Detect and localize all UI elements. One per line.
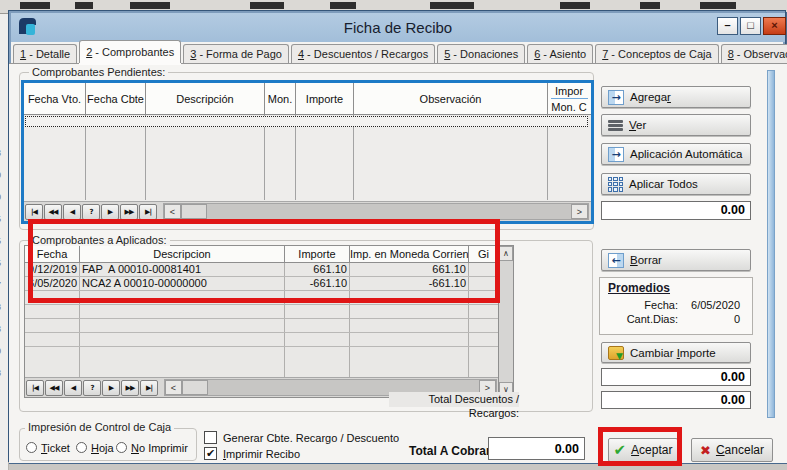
empty-row: [25, 305, 498, 319]
nav-next-button[interactable]: ▶: [101, 204, 119, 220]
agregar-button[interactable]: → Agregar: [601, 86, 751, 108]
tab-comprobantes[interactable]: 2 - Comprobantes: [79, 40, 181, 63]
tab-conceptos-de-caja[interactable]: 7 - Conceptos de Caja: [595, 44, 718, 63]
tab-observacion[interactable]: 8 - Observación: [721, 44, 787, 63]
nav-fast-next-button[interactable]: ▶▶: [121, 380, 139, 396]
nav-search-button[interactable]: ?: [83, 380, 101, 396]
horizontal-scrollbar[interactable]: < >: [163, 203, 589, 220]
nav-search-button[interactable]: ?: [82, 204, 100, 220]
remove-arrow-icon: ←: [608, 253, 624, 268]
background-text-fragment: [430, 2, 474, 9]
col-header-line2: Mon. C: [551, 98, 587, 114]
background-text-fragment: [130, 2, 170, 9]
pending-grid-body[interactable]: [24, 115, 591, 200]
vertical-scrollbar[interactable]: ∧ ∨: [498, 246, 513, 397]
nav-fast-next-button[interactable]: ▶▶: [120, 204, 138, 220]
title-bar[interactable]: Ficha de Recibo – □ ×: [11, 13, 785, 42]
promedios-fecha-label: Fecha:: [600, 299, 678, 311]
nav-next-button[interactable]: ▶: [102, 380, 120, 396]
col-header-importe[interactable]: Importe: [296, 83, 354, 114]
annotation-rectangle-applied: [28, 219, 500, 303]
selected-empty-row[interactable]: [25, 116, 588, 127]
col-header-line1: Impor: [555, 83, 584, 98]
background-text-fragment: [20, 2, 50, 9]
scroll-left-button[interactable]: <: [164, 204, 181, 219]
no-imprimir-radio[interactable]: [116, 442, 127, 453]
aplicacion-automatica-button[interactable]: → Aplicación Automática: [601, 143, 751, 165]
scroll-up-button[interactable]: ∧: [499, 246, 513, 261]
tab-descuentos-recargos[interactable]: 4 - Descuentos / Recargos: [291, 44, 435, 63]
borrar-button[interactable]: ← Borrar: [601, 249, 751, 271]
total-descuentos-field[interactable]: 0.00: [601, 391, 751, 409]
nav-prev-button[interactable]: ◀: [63, 204, 81, 220]
col-header-observacion[interactable]: Observación: [354, 83, 548, 114]
pending-grid[interactable]: Fecha Vto. Fecha Cbte Descripción Mon. I…: [21, 80, 594, 224]
apply-arrow-icon: →: [608, 90, 624, 105]
ticket-radio[interactable]: [26, 442, 37, 453]
pending-total-field[interactable]: 0.00: [601, 201, 751, 220]
close-button[interactable]: ×: [763, 17, 786, 35]
col-header-descripcion[interactable]: Descripción: [146, 83, 265, 114]
aplicar-todos-button[interactable]: Aplicar Todos: [601, 173, 751, 195]
col-header-fecha-cbte[interactable]: Fecha Cbte: [86, 83, 146, 114]
grid-icon: [608, 177, 623, 192]
nav-fast-prev-button[interactable]: ◀◀: [44, 204, 62, 220]
pending-group-label: Comprobantes Pendientes:: [29, 66, 168, 78]
promedios-dias-label: Cant.Dias:: [600, 313, 678, 325]
total-a-cobrar-field[interactable]: 0.00: [488, 437, 585, 460]
background-text-fragment: [330, 2, 356, 9]
scroll-left-button[interactable]: <: [165, 380, 182, 395]
scrollbar-thumb[interactable]: [181, 204, 207, 219]
aplicacion-automatica-label: Aplicación Automática: [630, 148, 743, 160]
nav-prev-button[interactable]: ◀: [64, 380, 82, 396]
borrar-label: Borrar: [630, 254, 662, 266]
nav-first-button[interactable]: |◀: [25, 204, 43, 220]
ver-button[interactable]: Ver: [601, 114, 751, 136]
cross-icon: ✖: [700, 443, 711, 458]
hoja-radio[interactable]: [76, 442, 87, 453]
col-header-mon[interactable]: Mon.: [265, 83, 296, 114]
nav-first-button[interactable]: |◀: [26, 380, 44, 396]
tab-detalle[interactable]: 1 - Detalle: [13, 44, 77, 63]
scrollbar-track[interactable]: [207, 204, 571, 219]
cancelar-button[interactable]: ✖ Cancelar: [691, 438, 773, 462]
nav-fast-prev-button[interactable]: ◀◀: [45, 380, 63, 396]
maximize-button[interactable]: □: [740, 17, 761, 35]
col-header-fecha-vto[interactable]: Fecha Vto.: [24, 83, 86, 114]
background-digits: 3 0 0 5 5 5 7 8 3 0 8: [0, 142, 8, 384]
background-text-fragment: [75, 2, 93, 9]
nav-last-button[interactable]: ▶|: [139, 204, 157, 220]
grid-column: [24, 115, 86, 200]
ver-label: Ver: [629, 119, 646, 131]
grid-column: [265, 115, 296, 200]
minimize-button[interactable]: –: [717, 17, 738, 35]
hoja-label[interactable]: Hoja: [91, 442, 114, 454]
tab-asiento[interactable]: 6 - Asiento: [527, 44, 593, 63]
cambiar-importe-button[interactable]: ▼ Cambiar Importe: [601, 342, 751, 363]
apply-arrow-icon: →: [608, 147, 624, 162]
ticket-label[interactable]: Ticket: [41, 442, 70, 454]
cambiar-importe-label: Cambiar Importe: [630, 347, 716, 359]
empty-row: [25, 319, 498, 333]
col-header-importe-mon-corriente[interactable]: Impor Mon. C: [548, 83, 591, 114]
print-group-label: Impresión de Control de Caja: [25, 421, 174, 433]
imprimir-recibo-label[interactable]: Imprimir Recibo: [223, 448, 300, 460]
background-text-fragment: [560, 2, 590, 9]
tab-forma-de-pago[interactable]: 3 - Forma de Pago: [183, 44, 289, 63]
list-icon: [608, 119, 623, 132]
scroll-right-button[interactable]: >: [571, 204, 588, 219]
aplicar-todos-label: Aplicar Todos: [629, 178, 698, 190]
nav-last-button[interactable]: ▶|: [140, 380, 158, 396]
imprimir-recibo-checkbox[interactable]: ✔: [204, 447, 217, 460]
scrollbar-thumb[interactable]: [182, 380, 208, 395]
generar-cbte-checkbox[interactable]: [204, 431, 217, 444]
empty-row: [25, 333, 498, 347]
grid-column: [296, 115, 354, 200]
promedios-title: Promedios: [608, 281, 752, 295]
applied-subtotal-field[interactable]: 0.00: [601, 368, 751, 386]
folder-down-icon: ▼: [608, 346, 624, 360]
no-imprimir-label[interactable]: No Imprimir: [131, 442, 188, 454]
tab-donaciones[interactable]: 5 - Donaciones: [437, 44, 525, 63]
panel-edge-stripe: [767, 70, 775, 418]
generar-cbte-label[interactable]: Generar Cbte. Recargo / Descuento: [223, 432, 399, 444]
